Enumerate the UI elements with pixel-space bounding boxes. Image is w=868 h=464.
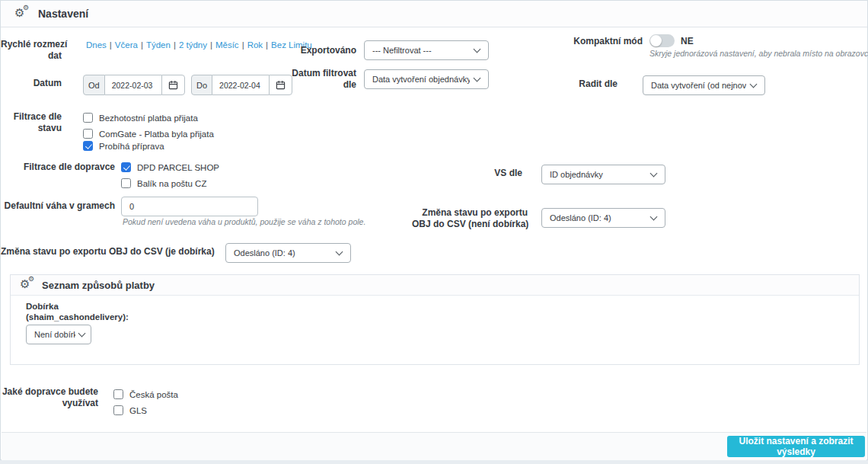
chevron-down-icon (474, 75, 481, 82)
gears-icon: ⚙⚙ (14, 7, 30, 21)
checkbox-label[interactable]: Balík na poštu CZ (137, 179, 206, 188)
label-line: Filtrace dle dopravce (1, 162, 115, 173)
label-line: Datum (1, 78, 62, 89)
payment-panel-title: Seznam způsobů platby (42, 280, 155, 291)
select-value: Data vytvoření (od nejnovější) (651, 81, 746, 90)
gear-small-icon: ⚙ (28, 275, 34, 283)
carrier-option-row[interactable]: Balík na poštu CZ (121, 178, 206, 188)
label-line: Radit dle (534, 78, 617, 90)
label-line: Exportováno (229, 45, 356, 56)
label-line: využívat (1, 398, 98, 409)
date-from-input[interactable]: 2022-02-03 (105, 75, 161, 95)
cod-method-label: Dobírka (shaim_cashondelivery): (26, 301, 129, 322)
status-change-noncod-select[interactable]: Odesláno (ID: 4) (541, 208, 665, 228)
date-filter-by-label: Datum filtrovat dle (252, 68, 356, 91)
default-weight-hint: Pokud není uvedena váha u produktů, použ… (123, 217, 365, 226)
select-value: Není dobírka (34, 330, 75, 339)
checkbox-label[interactable]: Probíhá příprava (99, 142, 164, 151)
compact-mode-label: Kompaktní mód (534, 36, 643, 47)
status-option-row[interactable]: ComGate - Platba byla přijata (83, 129, 214, 139)
chevron-down-icon (78, 330, 86, 338)
date-filter-by-select[interactable]: Data vytvoření objednávky (364, 69, 489, 89)
link-separator: | (174, 40, 176, 50)
exported-label: Exportováno (229, 45, 356, 56)
label-line: VS dle (427, 168, 522, 179)
checkbox[interactable] (121, 178, 131, 188)
checkbox-label[interactable]: DPD PARCEL SHOP (137, 163, 219, 172)
cod-method-select[interactable]: Není dobírka (26, 325, 91, 344)
sort-by-label: Radit dle (534, 78, 617, 90)
label-line: OBJ do CSV (není dobírka) (412, 219, 528, 230)
label-line: (shaim_cashondelivery): (26, 312, 129, 322)
select-value: Data vytvoření objednávky (372, 75, 470, 84)
link-separator: | (141, 40, 143, 50)
status-filter-label: Filtrace dle stavu (1, 111, 62, 134)
vs-by-label: VS dle (427, 168, 522, 179)
carrier-option-row[interactable]: DPD PARCEL SHOP (121, 162, 219, 172)
chevron-down-icon (750, 81, 758, 88)
sort-by-select[interactable]: Data vytvoření (od nejnovější) (643, 75, 765, 95)
chevron-down-icon (336, 248, 343, 256)
date-from-group: Od 2022-02-03 (83, 75, 185, 95)
checkbox[interactable] (113, 389, 123, 399)
date-from-calendar-button[interactable] (161, 75, 185, 95)
payment-methods-panel: ⚙⚙ Seznam způsobů platby Dobírka (shaim_… (10, 274, 860, 365)
save-button[interactable]: Uložit nastavení a zobrazit výsledky (727, 436, 865, 457)
label-line: dle (252, 79, 356, 91)
compact-mode-toggle[interactable] (649, 34, 675, 47)
select-value: --- Nefiltrovat --- (372, 46, 432, 55)
checkbox-label[interactable]: ComGate - Platba byla přijata (99, 130, 214, 139)
quick-link-tyden[interactable]: Týden (146, 40, 171, 50)
panel-footer: Uložit nastavení a zobrazit výsledky (2, 432, 866, 460)
settings-panel: ⚙⚙ Nastavení Rychlé rozmezí dat Dnes|Vče… (0, 0, 868, 460)
quick-link-2tydny[interactable]: 2 týdny (179, 40, 207, 50)
checkbox-label[interactable]: Bezhotostní platba přijata (99, 114, 198, 123)
label-line: Filtrace dle (1, 111, 62, 123)
calendar-icon (168, 80, 178, 90)
select-value: Odesláno (ID: 4) (234, 248, 295, 258)
select-value: Odesláno (ID: 4) (550, 213, 611, 222)
exported-select[interactable]: --- Nefiltrovat --- (364, 40, 489, 60)
checkbox-label[interactable]: Česká pošta (129, 390, 178, 399)
label-line: Dobírka (26, 301, 129, 312)
label-line: Jaké dopravce budete (1, 386, 98, 398)
checkbox[interactable] (113, 405, 123, 415)
date-label: Datum (1, 78, 62, 89)
checkbox-label[interactable]: GLS (129, 406, 147, 415)
chevron-down-icon (650, 213, 658, 221)
checkbox[interactable] (83, 141, 93, 151)
default-weight-label: Defaultní váha v gramech (1, 200, 115, 212)
link-separator: | (110, 40, 112, 50)
label-line: stavu (1, 123, 62, 134)
status-change-noncod-label: Změna stavu po exportu OBJ do CSV (není … (412, 207, 528, 230)
gears-icon: ⚙⚙ (20, 278, 35, 292)
carrier-used-option-row[interactable]: GLS (113, 405, 147, 415)
quick-link-vcera[interactable]: Včera (115, 40, 138, 50)
status-option-row[interactable]: Bezhotostní platba přijata (83, 113, 198, 123)
date-to-prefix: Do (191, 75, 212, 95)
link-separator: | (210, 40, 212, 50)
checkbox[interactable] (83, 129, 93, 139)
carrier-used-option-row[interactable]: Česká pošta (113, 389, 178, 399)
label-line: Změna stavu po exportu OBJ do CSV (je do… (1, 246, 212, 258)
date-from-prefix: Od (83, 75, 105, 95)
quick-link-dnes[interactable]: Dnes (86, 40, 107, 50)
compact-mode-state: NE (681, 36, 694, 46)
label-line: Defaultní váha v gramech (1, 200, 115, 212)
default-weight-input[interactable] (121, 197, 258, 216)
quick-range-label: Rychlé rozmezí dat (1, 39, 62, 62)
vs-by-select[interactable]: ID objednávky (541, 165, 665, 184)
checkbox[interactable] (121, 162, 131, 172)
gear-small-icon: ⚙ (23, 4, 29, 11)
select-value: ID objednávky (550, 170, 603, 179)
status-change-cod-select[interactable]: Odesláno (ID: 4) (225, 243, 351, 263)
checkbox[interactable] (83, 113, 93, 123)
panel-header: ⚙⚙ Nastavení (1, 1, 867, 27)
label-line: dat (1, 50, 62, 62)
status-option-row[interactable]: Probíhá příprava (83, 141, 164, 151)
label-line: Kompaktní mód (534, 36, 643, 47)
chevron-down-icon (650, 170, 658, 178)
label-line: Rychlé rozmezí (1, 39, 62, 50)
chevron-down-icon (474, 46, 481, 53)
label-line: Datum filtrovat (252, 68, 356, 79)
